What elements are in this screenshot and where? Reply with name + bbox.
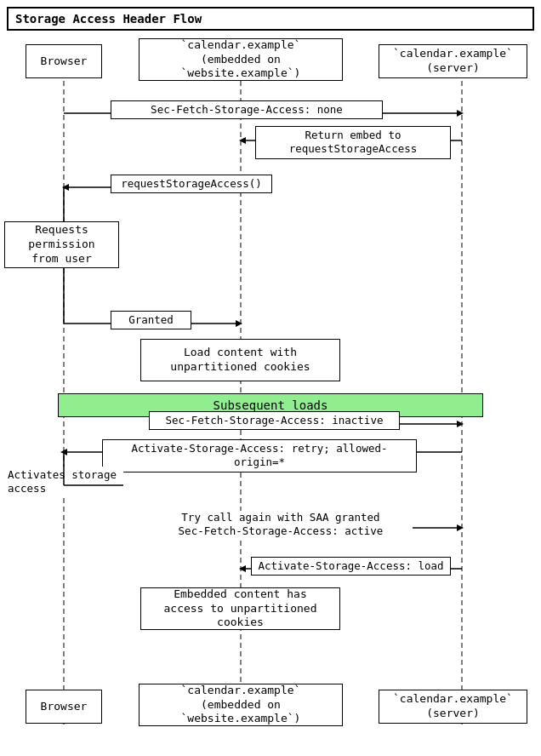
diagram-title: Storage Access Header Flow bbox=[7, 7, 534, 31]
browser-bottom-actor: Browser bbox=[26, 690, 102, 724]
svg-marker-14 bbox=[60, 449, 67, 455]
calendar-server-top-actor: `calendar.example` (server) bbox=[379, 44, 527, 78]
msg4-label: Requests permissionfrom user bbox=[4, 221, 119, 268]
svg-marker-4 bbox=[457, 110, 464, 117]
msg3-label: requestStorageAccess() bbox=[111, 175, 272, 193]
msg12-label: Activate-Storage-Access: load bbox=[251, 557, 451, 576]
msg6-label: Load content withunpartitioned cookies bbox=[140, 339, 340, 381]
msg2-label: Return embed to requestStorageAccess bbox=[255, 126, 451, 159]
calendar-embed-bottom-actor: `calendar.example` (embedded on `website… bbox=[139, 684, 343, 726]
msg10-label: Activates storage access bbox=[4, 467, 123, 498]
svg-marker-16 bbox=[457, 524, 464, 531]
svg-marker-12 bbox=[457, 421, 464, 427]
msg1-label: Sec-Fetch-Storage-Access: none bbox=[111, 100, 383, 119]
svg-marker-6 bbox=[239, 137, 246, 144]
svg-marker-8 bbox=[62, 184, 69, 191]
browser-top-actor: Browser bbox=[26, 44, 102, 78]
msg5-label: Granted bbox=[111, 311, 191, 329]
msg9-label: Activate-Storage-Access: retry; allowed-… bbox=[102, 439, 417, 472]
msg8-label: Sec-Fetch-Storage-Access: inactive bbox=[149, 411, 400, 430]
svg-marker-18 bbox=[239, 565, 246, 572]
svg-marker-10 bbox=[236, 320, 242, 327]
calendar-server-bottom-actor: `calendar.example` (server) bbox=[379, 690, 527, 724]
msg13-label: Embedded content hasaccess to unpartitio… bbox=[140, 587, 340, 630]
msg11-label: Try call again with SAA granted Sec-Fetc… bbox=[149, 511, 413, 539]
diagram-container: Storage Access Header Flow Browser `cale… bbox=[0, 0, 541, 756]
calendar-embed-top-actor: `calendar.example` (embedded on `website… bbox=[139, 38, 343, 81]
